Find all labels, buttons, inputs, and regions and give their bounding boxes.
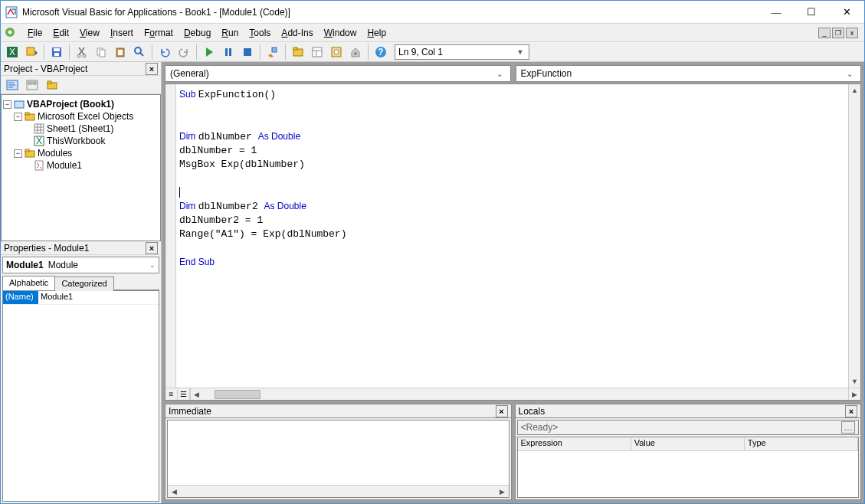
procedure-combo[interactable]: ExpFunction⌄ <box>516 65 862 82</box>
locals-close-button[interactable]: × <box>845 405 857 417</box>
copy-icon[interactable] <box>93 44 110 61</box>
find-icon[interactable] <box>131 44 148 61</box>
code-editor[interactable]: Sub ExpFunction() Dim dblNumber As Doubl… <box>165 83 861 401</box>
tab-alphabetic[interactable]: Alphabetic <box>2 276 55 290</box>
paste-icon[interactable] <box>112 44 129 61</box>
horizontal-scrollbar[interactable]: ≡ ☰ ◀ ▶ <box>165 388 860 400</box>
close-button[interactable]: ✕ <box>829 1 864 23</box>
app-icon <box>5 6 18 18</box>
tree-modules[interactable]: Modules <box>38 148 72 159</box>
main-area: (General)⌄ ExpFunction⌄ Sub ExpFunction(… <box>162 62 864 503</box>
tab-categorized[interactable]: Categorized <box>54 277 113 291</box>
locals-col-type[interactable]: Type <box>745 437 858 450</box>
cursor-position-text: Ln 9, Col 1 <box>398 47 443 57</box>
scroll-down-icon[interactable]: ▼ <box>849 375 860 388</box>
tree-excel-objects[interactable]: Microsoft Excel Objects <box>38 111 133 122</box>
toolbar: X ? Ln 9, Col 1 ▼ <box>1 42 864 62</box>
locals-col-expression[interactable]: Expression <box>518 437 631 450</box>
svg-text:X: X <box>36 136 42 146</box>
svg-rect-39 <box>15 101 24 108</box>
menu-insert[interactable]: Insert <box>105 26 139 40</box>
help-icon[interactable]: ? <box>372 44 389 61</box>
mdi-close-button[interactable]: x <box>846 28 858 38</box>
minimize-button[interactable]: — <box>759 1 794 23</box>
cut-icon[interactable] <box>74 44 90 61</box>
insert-dropdown-icon[interactable] <box>23 44 40 61</box>
design-mode-icon[interactable] <box>264 44 281 61</box>
properties-grid[interactable]: (Name) Module1 <box>2 290 159 502</box>
project-explorer-icon[interactable] <box>290 44 306 61</box>
scroll-left-icon[interactable]: ◀ <box>168 486 180 497</box>
save-icon[interactable] <box>48 44 65 61</box>
toolbox-icon[interactable] <box>347 44 364 61</box>
collapse-icon[interactable]: − <box>3 100 11 109</box>
view-excel-icon[interactable]: X <box>4 44 21 61</box>
procedure-view-icon[interactable]: ≡ <box>165 388 178 401</box>
menu-edit[interactable]: Edit <box>48 26 74 40</box>
locals-context-selector[interactable]: <Ready> … <box>517 420 860 435</box>
toggle-folders-icon[interactable] <box>44 77 61 93</box>
immediate-close-button[interactable]: × <box>496 405 508 417</box>
full-module-view-icon[interactable]: ☰ <box>178 388 190 401</box>
menu-help[interactable]: Help <box>362 26 392 40</box>
menu-tools[interactable]: Tools <box>244 26 276 40</box>
menu-add-ins[interactable]: Add-Ins <box>276 26 318 40</box>
scroll-thumb[interactable] <box>215 390 260 399</box>
svg-rect-35 <box>28 82 31 84</box>
menu-view[interactable]: View <box>74 26 105 40</box>
svg-rect-6 <box>54 48 60 51</box>
properties-panel-close-button[interactable]: × <box>146 242 158 254</box>
scroll-up-icon[interactable]: ▲ <box>849 84 860 97</box>
object-browser-icon[interactable] <box>328 44 345 61</box>
tree-module1[interactable]: Module1 <box>47 160 82 171</box>
mdi-controls: _ ❐ x <box>818 28 861 38</box>
scroll-right-icon[interactable]: ▶ <box>848 388 860 401</box>
collapse-icon[interactable]: − <box>14 113 22 121</box>
project-panel-header: Project - VBAProject × <box>1 62 161 76</box>
scroll-right-icon[interactable]: ▶ <box>496 486 509 497</box>
view-object-icon[interactable] <box>24 77 41 93</box>
break-icon[interactable] <box>220 44 237 61</box>
locals-browse-button[interactable]: … <box>841 421 855 434</box>
run-icon[interactable] <box>201 44 218 61</box>
cursor-position-display[interactable]: Ln 9, Col 1 ▼ <box>395 44 529 60</box>
tree-thisworkbook[interactable]: ThisWorkbook <box>47 136 105 146</box>
tree-sheet1[interactable]: Sheet1 (Sheet1) <box>47 123 113 134</box>
reset-icon[interactable] <box>239 44 256 61</box>
redo-icon[interactable] <box>175 44 192 61</box>
locals-grid[interactable]: Expression Value Type <box>517 437 860 498</box>
immediate-textarea[interactable]: ◀ ▶ <box>167 420 509 498</box>
left-sidebar: Project - VBAProject × −VBAProject (Book… <box>1 62 162 503</box>
mdi-restore-button[interactable]: ❐ <box>832 28 844 38</box>
locals-col-value[interactable]: Value <box>631 437 745 450</box>
properties-object-selector[interactable]: Module1 Module ⌄ <box>2 257 159 273</box>
menu-debug[interactable]: Debug <box>179 26 216 40</box>
collapse-icon[interactable]: − <box>14 149 22 158</box>
properties-window-icon[interactable] <box>309 44 326 61</box>
menu-window[interactable]: Window <box>319 26 362 40</box>
locals-panel: Locals × <Ready> … Expression Value Type <box>515 404 862 500</box>
undo-icon[interactable] <box>156 44 173 61</box>
immediate-hscroll[interactable]: ◀ ▶ <box>168 485 509 497</box>
mdi-minimize-button[interactable]: _ <box>818 28 831 38</box>
property-value[interactable]: Module1 <box>38 291 159 304</box>
properties-tabs: Alphabetic Categorized <box>2 275 159 290</box>
svg-line-15 <box>140 53 143 56</box>
menu-file[interactable]: File <box>22 26 48 40</box>
view-code-icon[interactable] <box>4 77 21 93</box>
object-combo[interactable]: (General)⌄ <box>165 65 511 82</box>
property-row[interactable]: (Name) Module1 <box>3 291 159 305</box>
svg-rect-42 <box>34 124 44 133</box>
maximize-button[interactable]: ☐ <box>794 1 829 23</box>
svg-point-14 <box>135 47 141 54</box>
vertical-scrollbar[interactable]: ▲ ▼ <box>848 84 860 388</box>
menu-format[interactable]: Format <box>139 26 179 40</box>
code-text[interactable]: Sub ExpFunction() Dim dblNumber As Doubl… <box>179 87 847 386</box>
project-panel-close-button[interactable]: × <box>146 63 158 75</box>
svg-rect-41 <box>25 113 29 115</box>
properties-panel-header: Properties - Module1 × <box>1 241 161 255</box>
project-tree[interactable]: −VBAProject (Book1) −Microsoft Excel Obj… <box>1 94 161 241</box>
scroll-left-icon[interactable]: ◀ <box>190 388 202 401</box>
menu-run[interactable]: Run <box>216 26 244 40</box>
tree-root[interactable]: VBAProject (Book1) <box>27 99 114 110</box>
